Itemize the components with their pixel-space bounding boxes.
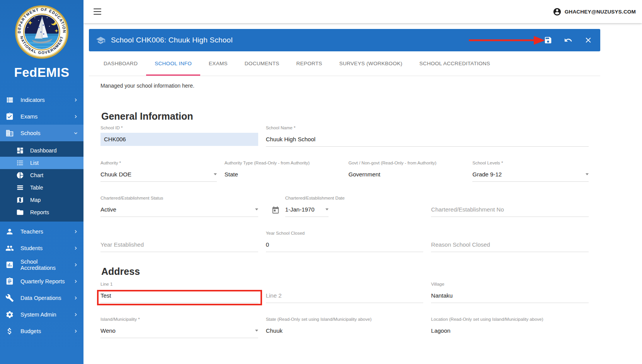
- table-icon: [16, 184, 24, 191]
- sidebar-item-school-accreditations[interactable]: School Accreditations: [0, 256, 83, 273]
- field-year-established: Year Established: [100, 231, 258, 252]
- sidebar-item-quarterly-reports[interactable]: Quarterly Reports: [0, 273, 83, 290]
- field-label: State (Read-Only set using Island/Munici…: [266, 317, 424, 322]
- sidebar-item-schools-table[interactable]: Table: [0, 181, 83, 194]
- tab-exams[interactable]: EXAMS: [200, 51, 236, 76]
- field-label: [431, 231, 589, 236]
- field-address-line2: Line 2: [266, 282, 424, 303]
- chartered-status-select[interactable]: Active: [100, 206, 258, 217]
- sidebar-item-exams[interactable]: Exams: [0, 108, 83, 125]
- tab-school-accreditations[interactable]: SCHOOL ACCREDITATIONS: [411, 51, 499, 76]
- tab-surveys[interactable]: SURVEYS (WORKBOOK): [331, 51, 411, 76]
- sidebar-item-label: Schools: [20, 130, 41, 136]
- sidebar-item-label: School Accreditations: [20, 259, 73, 271]
- field-authority: Authority * Chuuk DOE: [100, 161, 217, 182]
- reason-closed-input[interactable]: Reason School Closed: [431, 241, 589, 252]
- chevron-right-icon: [73, 295, 79, 301]
- chevron-right-icon: [73, 278, 79, 284]
- sidebar-item-schools-map[interactable]: Map: [0, 194, 83, 206]
- dropdown-caret-icon: [255, 330, 258, 332]
- dropdown-caret-icon: [586, 173, 589, 175]
- sidebar-item-label: Dashboard: [30, 147, 57, 154]
- field-label: Chartered/Establishment Status: [100, 196, 258, 201]
- sidebar-item-schools-reports[interactable]: Reports: [0, 206, 83, 218]
- calendar-icon[interactable]: [271, 206, 280, 214]
- tab-school-info[interactable]: SCHOOL INFO: [146, 51, 200, 76]
- state-value: Chuuk: [266, 327, 424, 338]
- field-year-closed: Year School Closed 0: [266, 231, 424, 252]
- hamburger-menu-icon[interactable]: [94, 8, 101, 15]
- sidebar-item-schools[interactable]: Schools: [0, 125, 83, 141]
- user-email: GHACHEY@NUZUSYS.COM: [565, 9, 636, 15]
- address-line2-input[interactable]: Line 2: [266, 292, 424, 303]
- sidebar-item-budgets[interactable]: Budgets: [0, 323, 83, 339]
- sidebar-item-label: Teachers: [20, 229, 43, 235]
- school-name-input[interactable]: Chuuk High School: [266, 136, 589, 147]
- sidebar-item-schools-dashboard[interactable]: Dashboard: [0, 144, 83, 157]
- tab-dashboard[interactable]: DASHBOARD: [95, 51, 146, 76]
- year-closed-input[interactable]: 0: [266, 241, 424, 252]
- sidebar-item-data-operations[interactable]: Data Operations: [0, 290, 83, 306]
- address-line1-input[interactable]: Test: [100, 292, 258, 303]
- list-icon: [5, 96, 14, 104]
- section-title-general: General Information: [101, 111, 589, 122]
- village-input[interactable]: Nantaku: [431, 292, 589, 303]
- field-label: Line 1: [100, 282, 258, 287]
- chartered-date-select[interactable]: 1-Jan-1970: [285, 206, 329, 217]
- sidebar-item-students[interactable]: Students: [0, 240, 83, 256]
- assignment-icon: [5, 112, 14, 121]
- sidebar-item-label: Quarterly Reports: [20, 278, 65, 284]
- field-village: Village Nantaku: [431, 282, 589, 303]
- field-label: Authority Type (Read-Only - from Authori…: [225, 161, 341, 166]
- sidebar-item-system-admin[interactable]: System Admin: [0, 306, 83, 323]
- field-school-id: School ID * CHK006: [100, 125, 258, 147]
- bar-chart-icon: [5, 261, 14, 269]
- wrench-icon: [5, 294, 14, 302]
- undo-icon: [564, 36, 572, 44]
- field-state: State (Read-Only set using Island/Munici…: [266, 317, 424, 338]
- intro-text: Managed your school information here.: [100, 83, 589, 89]
- map-icon: [16, 196, 24, 204]
- sidebar-item-label: Reports: [30, 209, 49, 215]
- building-icon: [5, 129, 14, 137]
- year-established-input[interactable]: Year Established: [100, 241, 258, 252]
- field-location: Location (Read-Only set using Island/Mun…: [431, 317, 589, 338]
- school-cap-icon: [96, 36, 106, 45]
- account-circle-icon: [553, 7, 562, 16]
- undo-button[interactable]: [564, 36, 572, 44]
- sidebar-item-indicators[interactable]: Indicators: [0, 91, 83, 108]
- field-label: Location (Read-Only set using Island/Mun…: [431, 317, 589, 322]
- school-panel-header: School CHK006: Chuuk High School: [89, 29, 600, 51]
- sidebar-item-teachers[interactable]: Teachers: [0, 223, 83, 240]
- field-label: [431, 196, 589, 201]
- field-label: [266, 282, 424, 287]
- chartered-no-input[interactable]: Chartered/Establishment No: [431, 206, 589, 217]
- sidebar-item-label: Chart: [30, 172, 43, 178]
- field-chartered-status: Chartered/Establishment Status Active: [100, 196, 258, 217]
- sidebar-item-schools-list[interactable]: List: [0, 157, 83, 169]
- dropdown-caret-icon: [214, 173, 217, 175]
- sidebar-item-label: Table: [30, 185, 43, 191]
- field-address-line1: Line 1 Test: [100, 282, 258, 303]
- field-label: Chartered/Establishment Date: [285, 196, 329, 201]
- sidebar-item-schools-chart[interactable]: Chart: [0, 169, 83, 181]
- save-icon: [544, 36, 552, 44]
- field-govt: Govt / Non-govt (Read-Only - from Author…: [349, 161, 465, 182]
- save-button[interactable]: [544, 36, 552, 44]
- dashboard-icon: [16, 147, 24, 154]
- user-menu[interactable]: GHACHEY@NUZUSYS.COM: [553, 7, 636, 16]
- field-label: School ID *: [100, 125, 258, 130]
- school-levels-select[interactable]: Grade 9-12: [472, 171, 589, 182]
- govt-value: Government: [349, 171, 465, 182]
- island-municipality-select[interactable]: Weno: [100, 327, 258, 338]
- field-label: Island/Municipality *: [100, 317, 258, 322]
- main-content: School CHK006: Chuuk High School DASHBOA…: [83, 23, 642, 364]
- tab-documents[interactable]: DOCUMENTS: [236, 51, 288, 76]
- authority-select[interactable]: Chuuk DOE: [100, 171, 217, 182]
- field-authority-type: Authority Type (Read-Only - from Authori…: [225, 161, 341, 182]
- dropdown-caret-icon: [325, 208, 329, 210]
- close-button[interactable]: [584, 36, 593, 44]
- school-info-form: Managed your school information here. Ge…: [89, 76, 600, 352]
- school-id-input: CHK006: [100, 133, 258, 146]
- tab-reports[interactable]: REPORTS: [288, 51, 331, 76]
